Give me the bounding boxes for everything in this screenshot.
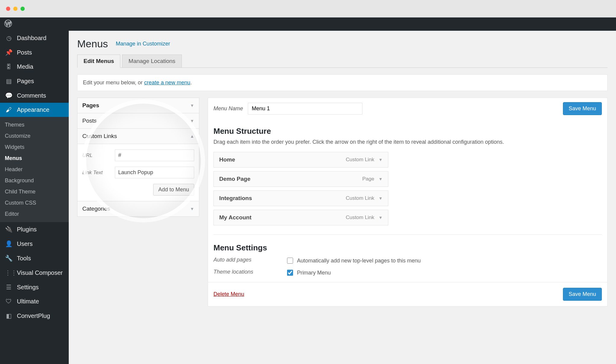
sidebar-item-label: Comments bbox=[17, 92, 46, 99]
settings-option-label: Primary Menu bbox=[297, 270, 331, 276]
sidebar-item-label: Ultimate bbox=[17, 298, 39, 305]
cp-icon: ◧ bbox=[5, 312, 13, 319]
submenu-item-menus[interactable]: Menus bbox=[0, 153, 69, 164]
settings-option-label: Automatically add new top-level pages to… bbox=[297, 258, 421, 264]
admin-top-bar bbox=[0, 17, 616, 31]
delete-menu-link[interactable]: Delete Menu bbox=[213, 291, 244, 297]
sidebar-item-label: Posts bbox=[17, 49, 32, 56]
caret-down-icon: ▼ bbox=[190, 118, 194, 123]
menu-structure-item[interactable]: My AccountCustom Link▼ bbox=[213, 210, 388, 225]
menu-structure-item[interactable]: Demo PagePage▼ bbox=[213, 171, 388, 187]
menu-structure-item[interactable]: IntegrationsCustom Link▼ bbox=[213, 190, 388, 206]
plug-icon: 🔌 bbox=[5, 226, 13, 233]
menu-item-type: Custom Link bbox=[346, 215, 374, 221]
sidebar-item-label: Pages bbox=[17, 78, 34, 85]
sidebar-item-label: Tools bbox=[17, 255, 31, 262]
window-zoom-dot[interactable] bbox=[21, 7, 25, 11]
notice-text: Edit your menu below, or bbox=[83, 80, 144, 86]
sidebar-item-label: Media bbox=[17, 63, 33, 70]
window-close-dot[interactable] bbox=[6, 7, 10, 11]
caret-down-icon: ▼ bbox=[378, 215, 383, 220]
sidebar-item-pages[interactable]: ▤Pages bbox=[0, 74, 69, 88]
caret-down-icon: ▼ bbox=[190, 206, 194, 211]
window-minimize-dot[interactable] bbox=[13, 7, 17, 11]
sidebar-item-label: Dashboard bbox=[17, 35, 46, 42]
settings-checkbox[interactable] bbox=[287, 258, 293, 264]
save-menu-button-top[interactable]: Save Menu bbox=[563, 102, 602, 115]
menu-item-type: Custom Link bbox=[346, 195, 374, 201]
sidebar-item-tools[interactable]: 🔧Tools bbox=[0, 251, 69, 265]
sidebar-item-media[interactable]: 🎛Media bbox=[0, 60, 69, 74]
settings-row: Auto add pagesAutomatically add new top-… bbox=[213, 257, 602, 265]
gauge-icon: ◷ bbox=[5, 34, 13, 42]
custom-link-text-input[interactable] bbox=[115, 167, 194, 178]
accordion-title: Custom Links bbox=[82, 133, 117, 140]
sidebar-item-comments[interactable]: 💬Comments bbox=[0, 88, 69, 103]
sidebar-item-convertplug[interactable]: ◧ConvertPlug bbox=[0, 309, 69, 323]
sidebar-item-label: Appearance bbox=[17, 106, 49, 113]
submenu-item-customize[interactable]: Customize bbox=[0, 130, 69, 142]
sidebar-item-dashboard[interactable]: ◷Dashboard bbox=[0, 31, 69, 45]
shield-icon: 🛡 bbox=[5, 298, 13, 305]
tabs: Edit MenusManage Locations bbox=[77, 55, 608, 68]
submenu-item-editor[interactable]: Editor bbox=[0, 209, 69, 220]
menu-name-label: Menu Name bbox=[213, 105, 243, 112]
sidebar-item-plugins[interactable]: 🔌Plugins bbox=[0, 222, 69, 237]
sidebar-item-settings[interactable]: ☰Settings bbox=[0, 280, 69, 294]
menu-structure-item[interactable]: HomeCustom Link▼ bbox=[213, 152, 388, 168]
vc-icon: ⋮⋮ bbox=[5, 269, 13, 276]
menu-name-input[interactable] bbox=[248, 103, 362, 115]
notice-text-end: . bbox=[190, 80, 192, 86]
menu-item-title: Demo Page bbox=[219, 176, 250, 182]
main-content: Menus Manage in Customizer Edit MenusMan… bbox=[69, 31, 616, 364]
menu-editor: Menu Name Save Menu Menu Structure Drag … bbox=[208, 98, 608, 306]
wordpress-logo-icon[interactable] bbox=[4, 20, 12, 29]
save-menu-button-bottom[interactable]: Save Menu bbox=[563, 288, 602, 301]
sidebar-item-visual-composer[interactable]: ⋮⋮Visual Composer bbox=[0, 265, 69, 280]
add-items-panel: Pages▼Posts▼Custom Links▲URLLink TextAdd… bbox=[77, 98, 199, 306]
tab-manage-locations[interactable]: Manage Locations bbox=[122, 55, 182, 68]
user-icon: 👤 bbox=[5, 240, 13, 247]
notice: Edit your menu below, or create a new me… bbox=[77, 74, 608, 91]
sidebar-item-label: Visual Composer bbox=[17, 269, 63, 276]
menu-item-type: Page bbox=[362, 176, 374, 182]
manage-customizer-link[interactable]: Manage in Customizer bbox=[112, 39, 174, 49]
accordion-title: Categories bbox=[82, 206, 110, 212]
brush-icon: 🖌 bbox=[5, 106, 13, 113]
tab-edit-menus[interactable]: Edit Menus bbox=[77, 55, 120, 68]
create-menu-link[interactable]: create a new menu bbox=[144, 80, 190, 86]
sidebar-item-ultimate[interactable]: 🛡Ultimate bbox=[0, 294, 69, 309]
menu-item-type: Custom Link bbox=[346, 157, 374, 163]
settings-label: Auto add pages bbox=[213, 257, 277, 263]
add-to-menu-button[interactable]: Add to Menu bbox=[153, 184, 194, 196]
page-title: Menus bbox=[77, 38, 108, 50]
menu-structure-hint: Drag each item into the order you prefer… bbox=[213, 139, 602, 145]
sidebar-item-label: Plugins bbox=[17, 226, 37, 233]
pages-icon: ▤ bbox=[5, 77, 13, 85]
accordion-title: Pages bbox=[82, 102, 99, 109]
menu-item-title: Home bbox=[219, 156, 235, 163]
submenu-item-themes[interactable]: Themes bbox=[0, 119, 69, 130]
sidebar-item-users[interactable]: 👤Users bbox=[0, 237, 69, 251]
sidebar-item-label: Settings bbox=[17, 284, 39, 291]
menu-item-title: My Account bbox=[219, 214, 251, 221]
sidebar-item-posts[interactable]: 📌Posts bbox=[0, 45, 69, 60]
accordion-toggle[interactable]: Categories▼ bbox=[77, 201, 199, 216]
submenu-item-header[interactable]: Header bbox=[0, 164, 69, 175]
submenu-item-custom-css[interactable]: Custom CSS bbox=[0, 197, 69, 209]
submenu-item-child-theme[interactable]: Child Theme bbox=[0, 186, 69, 197]
submenu-item-background[interactable]: Background bbox=[0, 175, 69, 186]
settings-label: Theme locations bbox=[213, 269, 277, 275]
wrench-icon: 🔧 bbox=[5, 255, 13, 262]
accordion-toggle[interactable]: Pages▼ bbox=[77, 98, 199, 113]
accordion-title: Posts bbox=[82, 118, 97, 124]
accordion-categories: Categories▼ bbox=[77, 201, 199, 217]
caret-down-icon: ▼ bbox=[378, 196, 383, 201]
settings-checkbox[interactable] bbox=[287, 270, 293, 276]
sidebar-item-appearance[interactable]: 🖌Appearance bbox=[0, 103, 69, 117]
accordion-toggle[interactable]: Posts▼ bbox=[77, 113, 199, 128]
accordion-body: URLLink TextAdd to Menu bbox=[77, 144, 199, 201]
accordion-toggle[interactable]: Custom Links▲ bbox=[77, 129, 199, 144]
custom-link-url-input[interactable] bbox=[115, 149, 194, 161]
submenu-item-widgets[interactable]: Widgets bbox=[0, 142, 69, 153]
